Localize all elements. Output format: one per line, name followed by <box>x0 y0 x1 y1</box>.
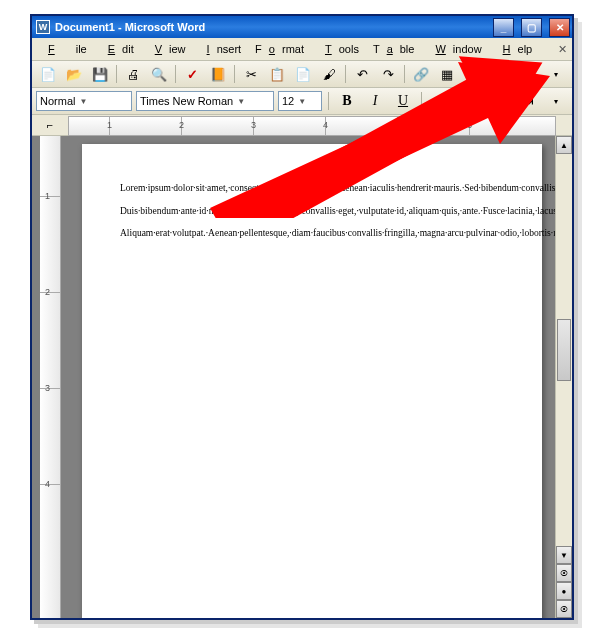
font-value: Times New Roman <box>140 95 233 107</box>
menu-edit[interactable]: Edit <box>94 41 141 57</box>
spelling-icon[interactable]: ✓ <box>180 62 204 86</box>
open-icon[interactable]: 📂 <box>62 62 86 86</box>
titlebar[interactable]: W Document1 - Microsoft Word _ ▢ ✕ <box>32 16 572 38</box>
format-painter-icon[interactable]: 🖌 <box>317 62 341 86</box>
menu-file[interactable]: File <box>34 41 94 57</box>
style-value: Normal <box>40 95 75 107</box>
chevron-down-icon: ▼ <box>298 97 306 106</box>
font-size-value: 12 <box>282 95 294 107</box>
menu-insert[interactable]: Insert <box>193 41 249 57</box>
research-icon[interactable]: 📙 <box>206 62 230 86</box>
maximize-button[interactable]: ▢ <box>521 18 542 37</box>
menu-view[interactable]: View <box>141 41 193 57</box>
document-area: 1234 Lorem·ipsum·dolor·sit·amet,·consect… <box>32 136 572 618</box>
formatting-toolbar: Normal ▼ Times New Roman ▼ 12 ▼ B I U ≡ … <box>32 88 572 115</box>
scroll-up-icon[interactable]: ▲ <box>556 136 572 154</box>
menu-format[interactable]: Format <box>248 41 311 57</box>
app-window: W Document1 - Microsoft Word _ ▢ ✕ File … <box>30 14 574 620</box>
menu-help[interactable]: Help <box>489 41 540 57</box>
redo-icon[interactable]: ↷ <box>376 62 400 86</box>
show-paragraph-icon[interactable]: ¶ <box>518 62 542 86</box>
vertical-ruler[interactable]: 1234 <box>40 136 61 618</box>
close-document-button[interactable]: ✕ <box>554 41 570 57</box>
underline-button[interactable]: U <box>391 89 415 113</box>
italic-button[interactable]: I <box>363 89 387 113</box>
style-combo[interactable]: Normal ▼ <box>36 91 132 111</box>
align-center-icon[interactable]: ≡ <box>456 89 480 113</box>
page-scroll-area[interactable]: Lorem·ipsum·dolor·sit·amet,·consectetuer… <box>69 136 555 618</box>
hyperlink-icon[interactable]: 🔗 <box>409 62 433 86</box>
document-page[interactable]: Lorem·ipsum·dolor·sit·amet,·consectetuer… <box>82 144 542 618</box>
window-title: Document1 - Microsoft Word <box>55 21 205 33</box>
paragraph[interactable]: Duis·bibendum·ante·id·neque.·Nunc·magna·… <box>120 205 504 218</box>
next-page-icon[interactable]: ⦿ <box>556 600 572 618</box>
paste-icon[interactable]: 📄 <box>291 62 315 86</box>
decrease-indent-icon[interactable]: ⇤ <box>488 89 512 113</box>
bold-button[interactable]: B <box>335 89 359 113</box>
tab-selector[interactable]: ⌐ <box>32 115 68 135</box>
browse-object-icon[interactable]: ● <box>556 582 572 600</box>
font-combo[interactable]: Times New Roman ▼ <box>136 91 274 111</box>
save-icon[interactable]: 💾 <box>88 62 112 86</box>
toolbar-options-icon[interactable]: ▾ <box>544 62 568 86</box>
previous-page-icon[interactable]: ⦿ <box>556 564 572 582</box>
new-icon[interactable]: 📄 <box>36 62 60 86</box>
menu-tools[interactable]: Tools <box>311 41 366 57</box>
horizontal-ruler-row: ⌐ 123456 <box>32 115 572 136</box>
menu-table[interactable]: Table <box>366 41 422 57</box>
menu-window[interactable]: Window <box>421 41 488 57</box>
undo-icon[interactable]: ↶ <box>350 62 374 86</box>
tables-icon[interactable]: ▦ <box>435 62 459 86</box>
font-size-combo[interactable]: 12 ▼ <box>278 91 322 111</box>
menu-bar: File Edit View Insert Format Tools Table… <box>32 38 572 61</box>
paragraph[interactable]: Lorem·ipsum·dolor·sit·amet,·consectetuer… <box>120 182 504 195</box>
word-icon: W <box>36 20 50 34</box>
vertical-scrollbar[interactable]: ▲ ▼ ⦿ ● ⦿ <box>555 136 572 618</box>
copy-icon[interactable]: 📋 <box>265 62 289 86</box>
scroll-thumb[interactable] <box>557 319 571 381</box>
print-icon[interactable]: 🖨 <box>121 62 145 86</box>
horizontal-ruler[interactable]: 123456 <box>68 116 556 136</box>
paragraph[interactable]: Aliquam·erat·volutpat.·Aenean·pellentesq… <box>120 227 504 240</box>
toolbar-options-icon[interactable]: ▾ <box>544 89 568 113</box>
print-preview-icon[interactable]: 🔍 <box>147 62 171 86</box>
chevron-down-icon: ▼ <box>79 97 87 106</box>
standard-toolbar: 📄 📂 💾 🖨 🔍 ✓ 📙 ✂ 📋 📄 🖌 ↶ ↷ 🔗 ▦ ¶ ▾ <box>32 61 572 88</box>
increase-indent-icon[interactable]: ⇥ <box>516 89 540 113</box>
align-left-icon[interactable]: ≡ <box>428 89 452 113</box>
minimize-button[interactable]: _ <box>493 18 514 37</box>
cut-icon[interactable]: ✂ <box>239 62 263 86</box>
scroll-down-icon[interactable]: ▼ <box>556 546 572 564</box>
close-button[interactable]: ✕ <box>549 18 570 37</box>
chevron-down-icon: ▼ <box>237 97 245 106</box>
